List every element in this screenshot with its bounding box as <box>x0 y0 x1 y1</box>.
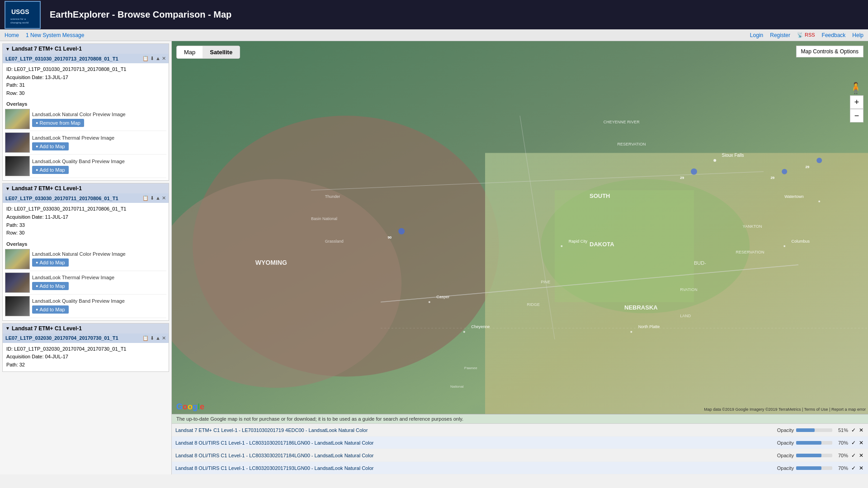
layer-close-btn-1[interactable]: ✕ <box>858 439 864 447</box>
usgs-logo: USGS science for a changing world <box>5 1 41 29</box>
scene-section-title-1[interactable]: ▼ Landsat 7 ETM+ C1 Level-1 <box>5 46 82 52</box>
layer-opacity-label-1: Opacity <box>777 440 794 446</box>
layer-opacity-pct-0: 51% <box>835 427 848 433</box>
scene-section-label-3: Landsat 7 ETM+ C1 Level-1 <box>12 325 82 332</box>
scene-copy-btn-2[interactable]: 📋 <box>142 195 149 201</box>
login-link[interactable]: Login <box>750 32 763 38</box>
layer-opacity-pct-3: 70% <box>835 465 848 471</box>
layer-opacity-label-2: Opacity <box>777 453 794 458</box>
scene-close-btn-3[interactable]: ✕ <box>162 335 166 341</box>
register-link[interactable]: Register <box>770 32 790 38</box>
layer-opacity-bar-2[interactable] <box>796 454 832 457</box>
svg-point-29 <box>630 331 632 333</box>
overlay-name-1-2: LandsatLook Thermal Preview Image <box>32 135 166 141</box>
scene-copy-btn-1[interactable]: 📋 <box>142 56 149 61</box>
layer-opacity-label-0: Opacity <box>777 427 794 433</box>
system-message-link[interactable]: 1 New System Message <box>26 32 84 38</box>
layer-close-btn-2[interactable]: ✕ <box>858 451 864 460</box>
svg-point-48 <box>782 169 787 174</box>
scene-expand-btn-3[interactable]: ▲ <box>156 335 160 341</box>
satellite-tab-btn[interactable]: Satellite <box>203 46 240 58</box>
svg-text:29: 29 <box>805 165 809 169</box>
scene-section-title-2[interactable]: ▼ Landsat 7 ETM+ C1 Level-1 <box>5 185 82 192</box>
scene-section-title-3[interactable]: ▼ Landsat 7 ETM+ C1 Level-1 <box>5 325 82 332</box>
layers-panel: Landsat 7 ETM+ C1 Level-1 - LE7031030201… <box>172 423 868 474</box>
svg-text:SOUTH: SOUTH <box>590 192 610 199</box>
scene-controls-3: 📋 ⬇ ▲ ✕ <box>142 335 166 341</box>
pegman-icon[interactable]: 🧍 <box>849 82 863 94</box>
layers-list: Landsat 7 ETM+ C1 Level-1 - LE7031030201… <box>172 424 868 474</box>
remove-from-map-btn-1-1[interactable]: Remove from Map <box>32 119 84 127</box>
svg-text:NEBRASKA: NEBRASKA <box>624 304 658 311</box>
map-controls-options-btn[interactable]: Map Controls & Options <box>796 46 863 57</box>
svg-point-31 <box>783 245 785 247</box>
scene-section-label-1: Landsat 7 ETM+ C1 Level-1 <box>12 46 82 52</box>
add-to-map-btn-2-2[interactable]: Add to Map <box>32 282 69 290</box>
svg-text:Sioux Falls: Sioux Falls <box>722 153 744 158</box>
map-background: WYOMING SOUTH DAKOTA NEBRASKA BUD- RVATI… <box>172 41 868 414</box>
overlay-name-1-1: LandsatLook Natural Color Preview Image <box>32 112 166 117</box>
map-container[interactable]: WYOMING SOUTH DAKOTA NEBRASKA BUD- RVATI… <box>172 41 868 414</box>
scene-expand-btn-2[interactable]: ▲ <box>156 195 160 201</box>
add-to-map-btn-2-1[interactable]: Add to Map <box>32 258 69 267</box>
layer-check-btn-0[interactable]: ✓ <box>850 426 857 434</box>
scene-id-label-3: LE07_L1TP_032030_20170704_20170730_01_T1 <box>5 335 118 341</box>
scene-title-bar-3: LE07_L1TP_032030_20170704_20170730_01_T1… <box>3 333 169 343</box>
overlay-right-2-2: LandsatLook Thermal Preview Image Add to… <box>32 275 166 290</box>
layer-controls-3: ✓ ✕ <box>850 464 864 472</box>
scene-download-btn-3[interactable]: ⬇ <box>150 335 154 341</box>
overlays-label-1: Overlays <box>5 99 166 108</box>
add-to-map-btn-2-3[interactable]: Add to Map <box>32 305 69 314</box>
scene-copy-btn-3[interactable]: 📋 <box>142 335 149 341</box>
layer-check-btn-2[interactable]: ✓ <box>850 451 857 460</box>
map-area: WYOMING SOUTH DAKOTA NEBRASKA BUD- RVATI… <box>172 41 868 474</box>
layer-close-btn-0[interactable]: ✕ <box>858 426 864 434</box>
layer-opacity-bar-3[interactable] <box>796 466 832 470</box>
overlay-thumb-2-1 <box>5 249 30 269</box>
scene-info-3: ID: LE07_L1TP_032030_20170704_20170730_0… <box>3 343 169 371</box>
svg-text:BUD-: BUD- <box>694 260 706 266</box>
scene-download-btn-2[interactable]: ⬇ <box>150 195 154 201</box>
zoom-in-btn[interactable]: + <box>850 95 863 109</box>
svg-text:RIDGE: RIDGE <box>527 302 540 307</box>
layer-opacity-bar-1[interactable] <box>796 441 832 445</box>
scene-close-btn-1[interactable]: ✕ <box>162 56 166 61</box>
layer-check-btn-1[interactable]: ✓ <box>850 439 857 447</box>
app-header: USGS science for a changing world EarthE… <box>0 0 868 29</box>
scene-close-btn-2[interactable]: ✕ <box>162 195 166 201</box>
layer-opacity-pct-1: 70% <box>835 440 848 446</box>
rss-link[interactable]: 📡 RSS <box>797 32 815 38</box>
home-link[interactable]: Home <box>5 32 19 38</box>
layer-label-0: Landsat 7 ETM+ C1 Level-1 - LE7031030201… <box>175 427 777 433</box>
zoom-out-btn[interactable]: − <box>850 109 863 122</box>
overlays-section-2: Overlays LandsatLook Natural Color Previ… <box>3 239 169 320</box>
svg-text:RVATION: RVATION <box>680 287 698 292</box>
layer-opacity-bar-0[interactable] <box>796 428 832 432</box>
overlays-label-2: Overlays <box>5 239 166 248</box>
svg-text:RESERVATION: RESERVATION <box>618 142 646 146</box>
layer-label-1: Landsat 8 OLI/TIRS C1 Level-1 - LC803103… <box>175 440 777 446</box>
layer-row-1: Landsat 8 OLI/TIRS C1 Level-1 - LC803103… <box>172 436 868 449</box>
svg-text:DAKOTA: DAKOTA <box>590 241 614 248</box>
svg-text:Rapid City: Rapid City <box>569 239 588 244</box>
overlay-item-1-1: LandsatLook Natural Color Preview Image … <box>5 108 166 131</box>
help-link[interactable]: Help <box>852 32 863 38</box>
feedback-link[interactable]: Feedback <box>822 32 846 38</box>
overlay-item-2-1: LandsatLook Natural Color Preview Image … <box>5 248 166 271</box>
scene-download-btn-1[interactable]: ⬇ <box>150 56 154 61</box>
layer-label-2: Landsat 8 OLI/TIRS C1 Level-1 - LC803303… <box>175 453 777 458</box>
scene-title-bar-1: LE07_L1TP_031030_20170713_20170808_01_T1… <box>3 54 169 63</box>
map-tab-btn[interactable]: Map <box>177 46 203 58</box>
layer-check-btn-3[interactable]: ✓ <box>850 464 857 472</box>
layer-close-btn-3[interactable]: ✕ <box>858 464 864 472</box>
add-to-map-btn-1-2[interactable]: Add to Map <box>32 142 69 150</box>
add-to-map-btn-1-3[interactable]: Add to Map <box>32 166 69 174</box>
scene-expand-btn-1[interactable]: ▲ <box>156 56 160 61</box>
overlay-right-2-1: LandsatLook Natural Color Preview Image … <box>32 251 166 267</box>
collapse-icon-2: ▼ <box>5 186 10 191</box>
app-title: EarthExplorer - Browse Comparison - Map <box>50 9 863 20</box>
svg-rect-9 <box>555 190 694 302</box>
svg-text:Basin National: Basin National <box>311 216 337 221</box>
svg-point-50 <box>816 158 822 163</box>
svg-text:RESERVATION: RESERVATION <box>736 250 764 254</box>
